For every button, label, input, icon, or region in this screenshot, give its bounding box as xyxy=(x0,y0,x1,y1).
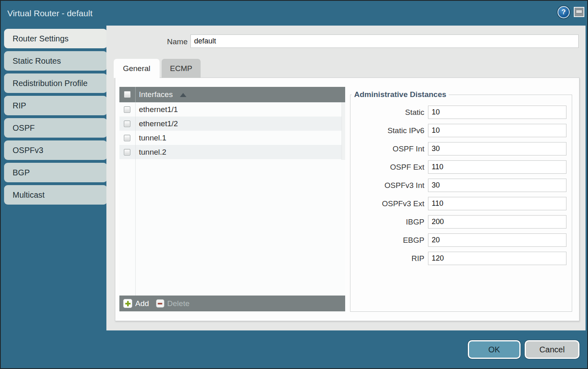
sidebar-item-label: Router Settings xyxy=(13,34,69,43)
admin-distance-label: Static xyxy=(350,108,424,117)
interface-row-ethernet1-2[interactable]: ethernet1/2 xyxy=(119,117,345,131)
row-checkbox[interactable] xyxy=(124,121,130,127)
interface-row-tunnel-2[interactable]: tunnel.2 xyxy=(119,145,345,159)
tab-ecmp[interactable]: ECMP xyxy=(162,59,201,78)
interfaces-header[interactable]: Interfaces xyxy=(119,87,345,102)
rip-input[interactable] xyxy=(428,252,566,265)
add-button[interactable]: Add xyxy=(123,299,156,308)
admin-distance-label: Static IPv6 xyxy=(350,126,424,135)
admin-distance-label: OSPFv3 Int xyxy=(350,181,424,190)
help-icon[interactable]: ? xyxy=(558,6,570,18)
interfaces-toolbar: Add Delete xyxy=(119,296,345,311)
interface-name: ethernet1/2 xyxy=(139,119,178,128)
minimize-icon-inner xyxy=(576,10,582,13)
admin-distance-row: OSPFv3 Ext xyxy=(350,197,572,210)
dialog-titlebar: Virtual Router - default ? xyxy=(1,1,587,26)
dialog-title: Virtual Router - default xyxy=(7,9,93,18)
static-ipv6-input[interactable] xyxy=(428,124,566,137)
ebgp-input[interactable] xyxy=(428,233,566,247)
select-all-checkbox[interactable] xyxy=(124,91,131,98)
interfaces-body: ethernet1/1 ethernet1/2 tunnel.1 tunnel.… xyxy=(119,102,345,296)
table-scrollbar[interactable] xyxy=(342,102,345,160)
ibgp-input[interactable] xyxy=(428,215,566,229)
admin-distance-row: RIP xyxy=(350,252,572,265)
admin-distances-legend: Administrative Distances xyxy=(352,90,449,99)
delete-button-label: Delete xyxy=(167,299,190,308)
admin-distance-label: RIP xyxy=(350,254,424,263)
interface-name: tunnel.2 xyxy=(139,148,166,157)
tab-general[interactable]: General xyxy=(114,59,160,78)
sort-ascending-icon xyxy=(180,93,186,97)
sidebar-item-label: OSPF xyxy=(13,123,35,133)
add-plus-icon xyxy=(123,299,132,308)
interface-name: tunnel.1 xyxy=(139,134,166,142)
sidebar-item-multicast[interactable]: Multicast xyxy=(4,185,107,205)
sidebar-item-redistribution-profile[interactable]: Redistribution Profile xyxy=(4,73,107,93)
sidebar-item-ospfv3[interactable]: OSPFv3 xyxy=(4,140,107,160)
interfaces-column-header: Interfaces xyxy=(139,90,173,99)
interface-name: ethernet1/1 xyxy=(139,105,178,114)
admin-distance-row: EBGP xyxy=(350,233,572,247)
name-input[interactable] xyxy=(190,35,579,48)
ospfv3-ext-input[interactable] xyxy=(428,197,566,210)
column-separator xyxy=(135,102,136,296)
sidebar-item-label: RIP xyxy=(13,101,26,110)
admin-distance-row: OSPF Ext xyxy=(350,160,572,174)
sidebar-item-label: Multicast xyxy=(13,190,45,200)
row-checkbox[interactable] xyxy=(124,149,130,155)
ospf-ext-input[interactable] xyxy=(428,160,566,174)
delete-button[interactable]: Delete xyxy=(156,299,190,308)
sidebar-item-label: Static Routes xyxy=(13,56,61,66)
sidebar-item-ospf[interactable]: OSPF xyxy=(4,118,107,138)
sidebar-item-label: BGP xyxy=(13,168,30,177)
admin-distance-label: OSPFv3 Ext xyxy=(350,199,424,208)
minimize-icon[interactable] xyxy=(574,7,584,17)
row-checkbox[interactable] xyxy=(124,106,130,113)
admin-distances-rows: Static Static IPv6 OSPF Int OSPF Ext OSP… xyxy=(350,106,572,265)
cancel-button[interactable]: Cancel xyxy=(525,340,579,359)
ospf-int-input[interactable] xyxy=(428,142,566,155)
interfaces-table: Interfaces ethernet1/1 ethernet1/2 tunne… xyxy=(119,87,345,311)
admin-distance-label: IBGP xyxy=(350,218,424,227)
ok-button[interactable]: OK xyxy=(468,340,521,359)
admin-distance-label: OSPF Ext xyxy=(350,163,424,172)
name-label: Name xyxy=(157,37,188,46)
admin-distance-row: IBGP xyxy=(350,215,572,229)
admin-distance-label: OSPF Int xyxy=(350,145,424,153)
add-button-label: Add xyxy=(135,299,149,308)
admin-distance-row: OSPF Int xyxy=(350,142,572,155)
general-tab-panel: Interfaces ethernet1/1 ethernet1/2 tunne… xyxy=(115,78,579,321)
column-separator xyxy=(135,87,136,102)
row-checkbox[interactable] xyxy=(124,135,130,141)
sidebar: Router Settings Static Routes Redistribu… xyxy=(4,29,107,207)
virtual-router-dialog: Virtual Router - default ? Router Settin… xyxy=(0,0,588,369)
sidebar-item-static-routes[interactable]: Static Routes xyxy=(4,51,107,71)
ospfv3-int-input[interactable] xyxy=(428,179,566,192)
interface-row-tunnel-1[interactable]: tunnel.1 xyxy=(119,131,345,145)
admin-distance-label: EBGP xyxy=(350,236,424,245)
admin-distances-fieldset: Administrative Distances Static Static I… xyxy=(350,90,572,312)
sidebar-item-label: Redistribution Profile xyxy=(13,79,88,88)
sidebar-item-label: OSPFv3 xyxy=(13,146,43,155)
static-input[interactable] xyxy=(428,106,566,119)
sidebar-item-bgp[interactable]: BGP xyxy=(4,163,107,182)
sidebar-item-router-settings[interactable]: Router Settings xyxy=(4,29,107,48)
admin-distance-row: OSPFv3 Int xyxy=(350,179,572,192)
interface-row-ethernet1-1[interactable]: ethernet1/1 xyxy=(119,102,345,117)
interfaces-rows: ethernet1/1 ethernet1/2 tunnel.1 tunnel.… xyxy=(119,102,345,159)
content-area: Name General ECMP Interfaces ethernet1/1 xyxy=(106,26,586,330)
admin-distance-row: Static xyxy=(350,106,572,119)
admin-distance-row: Static IPv6 xyxy=(350,124,572,137)
delete-minus-icon xyxy=(156,299,164,308)
sidebar-item-rip[interactable]: RIP xyxy=(4,96,107,115)
